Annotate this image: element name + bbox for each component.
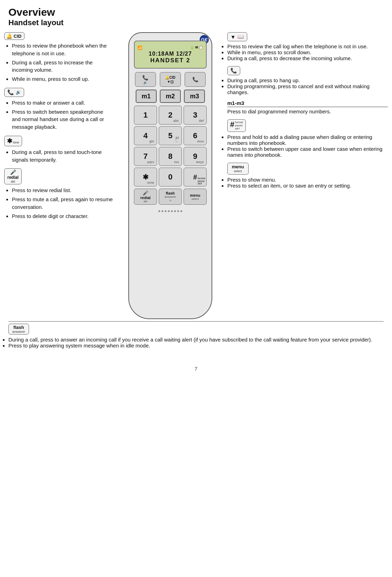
redial-bullet-1: Press to review redial list.: [12, 187, 113, 194]
cid-nav-button[interactable]: 🔔CID ▼◫: [160, 72, 181, 87]
m2-label: m2: [166, 93, 175, 100]
right-column: ▼ 📖 Press to review the call log when th…: [224, 32, 388, 319]
main-layout: 🔔 CID Press to review the phonebook when…: [0, 32, 392, 319]
answerer-badge-label: answerer: [12, 330, 25, 333]
speaker-sub-icon: 🔊: [143, 81, 147, 84]
num-4-button[interactable]: 4ghi: [134, 126, 157, 145]
num-5-button[interactable]: 5jkl○: [159, 126, 182, 145]
tone-label: tone: [13, 141, 19, 144]
cid-bullet-2: During a call, press to increase the inc…: [12, 59, 113, 74]
page-subtitle: Handset layout: [8, 18, 384, 27]
m3-button[interactable]: m3: [184, 90, 205, 103]
star-tone-section: ✱ tone During a call, press to send touc…: [4, 136, 113, 164]
bottom-divider: [8, 321, 384, 322]
num-6-button[interactable]: 6mno: [184, 126, 207, 145]
center-column: GE 📶 🔋 ✉ 📋 10:18AM 12/27 HANDSET 2 📞 �: [116, 32, 224, 319]
num2-letters: abc: [173, 119, 179, 122]
menu-bullet-1: Press to show menu.: [227, 177, 388, 183]
flash-btn-label: flash: [166, 191, 175, 195]
hash-bullet-1: Press and hold to add a dialing pause wh…: [227, 134, 388, 146]
bottom-button-row: 🎤 redial del flash answerer ○ menu selec…: [134, 189, 207, 205]
menu-section: menu select Press to show menu. Press to…: [227, 163, 388, 189]
num-1-button[interactable]: 1: [134, 106, 157, 125]
tone-bullet-1: During a call, press to send touch-tone …: [12, 148, 113, 164]
m2-button[interactable]: m2: [160, 90, 181, 103]
phone-diagram: GE 📶 🔋 ✉ 📋 10:18AM 12/27 HANDSET 2 📞 �: [120, 32, 221, 319]
phone-answer-button[interactable]: 📞 🔊: [135, 72, 156, 87]
m1-label: m1: [142, 93, 151, 100]
screen-icons: 📶 🔋 ✉ 📋: [137, 45, 203, 50]
phone-bullet-1: Press to make or answer a call.: [12, 99, 113, 107]
menu-button[interactable]: menu select: [184, 189, 207, 205]
m1m3-section: m1-m3 Press to dial programmed memory nu…: [227, 100, 388, 114]
phone-body: GE 📶 🔋 ✉ 📋 10:18AM 12/27 HANDSET 2 📞 �: [128, 32, 212, 319]
page-title: Overview: [8, 6, 384, 18]
nav-down-icon: ▼◫: [167, 80, 174, 84]
redial-icon: 🎤: [10, 169, 16, 175]
phone-icon: 📞: [7, 89, 14, 96]
page-number: 7: [0, 366, 392, 372]
num-0-button[interactable]: 0: [159, 168, 182, 187]
redial-button[interactable]: 🎤 redial del: [134, 189, 157, 205]
alert-icon: 🔔: [6, 33, 12, 39]
m1m3-header: m1-m3: [227, 100, 388, 107]
hangup-section: 📞 During a call, press to hang up. Durin…: [227, 66, 388, 95]
cid-up-icon: 🔔CID: [165, 76, 175, 79]
menu-btn-label: menu: [190, 193, 200, 197]
phone-hangup-button[interactable]: 📞: [185, 72, 206, 87]
answerer-icon: ○: [169, 198, 171, 202]
phone-bullets: Press to make or answer a call. Press to…: [4, 99, 113, 131]
menu-bullets: Press to show menu. Press to select an i…: [227, 177, 388, 189]
down-arrow-icon: ▼: [230, 34, 236, 40]
num-9-button[interactable]: 9wxyz: [184, 147, 207, 166]
redial-bullet-3: Press to delete digit or character.: [12, 212, 113, 220]
cid-bullets-left: Press to review the phonebook when the t…: [4, 42, 113, 83]
hash-icon: #: [230, 121, 234, 128]
hangup-icon: 📞: [192, 77, 198, 82]
flash-bullets: During a call, press to answer an incomi…: [8, 337, 384, 349]
hangup-bullets: During a call, press to hang up. During …: [227, 77, 388, 95]
hash-section: # formatpauseaA♯ Press and hold to add a…: [227, 119, 388, 158]
redial-label: redial: [7, 175, 19, 180]
hangup-bullet-1: During a call, press to hang up.: [227, 77, 388, 83]
num-3-button[interactable]: 3def: [184, 106, 207, 125]
speaker-grill: [134, 210, 207, 212]
hangup-bullet-2: During programming, press to cancel and …: [227, 83, 388, 95]
cid-right-bullet-2: While in menu, press to scroll down.: [227, 49, 388, 55]
tone-bullets: During a call, press to send touch-tone …: [4, 148, 113, 164]
cid-badge-left: 🔔 CID: [4, 32, 24, 40]
phone-answer-icon: 📞: [142, 75, 148, 80]
hash-badge: # formatpauseaA♯: [227, 119, 246, 132]
cid-left-section: 🔔 CID Press to review the phonebook when…: [4, 32, 113, 83]
phone-speaker-badge: 📞 🔊: [4, 88, 24, 97]
num-7-button[interactable]: 7pqrs: [134, 147, 157, 166]
hash-button[interactable]: #formatpauseaA♯: [184, 168, 207, 187]
num3-letters: def: [199, 119, 204, 122]
answerer-btn-label: answerer: [165, 195, 176, 198]
phone-bullet-2: Press to switch between speakerphone and…: [12, 108, 113, 131]
book-icon: 📖: [237, 34, 244, 40]
select-btn-label: select: [192, 197, 199, 200]
redial-bullets: Press to review redial list. Press to mu…: [4, 187, 113, 220]
num-2-button[interactable]: 2abc: [159, 106, 182, 125]
cid-right-bullet-1: Press to review the call log when the te…: [227, 43, 388, 49]
cid-bullet-1: Press to review the phonebook when the t…: [12, 42, 113, 57]
m1m3-text: Press to dial programmed memory numbers.: [227, 108, 388, 114]
flash-button[interactable]: flash answerer ○: [159, 189, 182, 205]
num-8-button[interactable]: 8tuv: [159, 147, 182, 166]
m1-button[interactable]: m1: [136, 90, 157, 103]
cid-right-bullets: Press to review the call log when the te…: [227, 43, 388, 61]
cid-right-bullet-3: During a call, press to decrease the inc…: [227, 55, 388, 61]
menu-badge: menu select: [227, 163, 249, 175]
bottom-section: flash answerer During a call, press to a…: [0, 321, 392, 359]
hash-bullet-2: Press to switch between upper case and l…: [227, 146, 388, 158]
hash-bullets: Press and hold to add a dialing pause wh…: [227, 134, 388, 158]
redial-del-section: 🎤 redial del Press to review redial list…: [4, 168, 113, 220]
num8-letters: tuv: [174, 160, 179, 164]
cid-bullet-3: While in menu, press to scroll up.: [12, 75, 113, 83]
hangup-badge: 📞: [227, 66, 240, 75]
screen-name: HANDSET 2: [137, 57, 203, 64]
star-button[interactable]: ✱tone: [134, 168, 157, 187]
cid-down-badge: ▼ 📖: [227, 32, 247, 41]
page-header: Overview Handset layout: [0, 0, 392, 32]
